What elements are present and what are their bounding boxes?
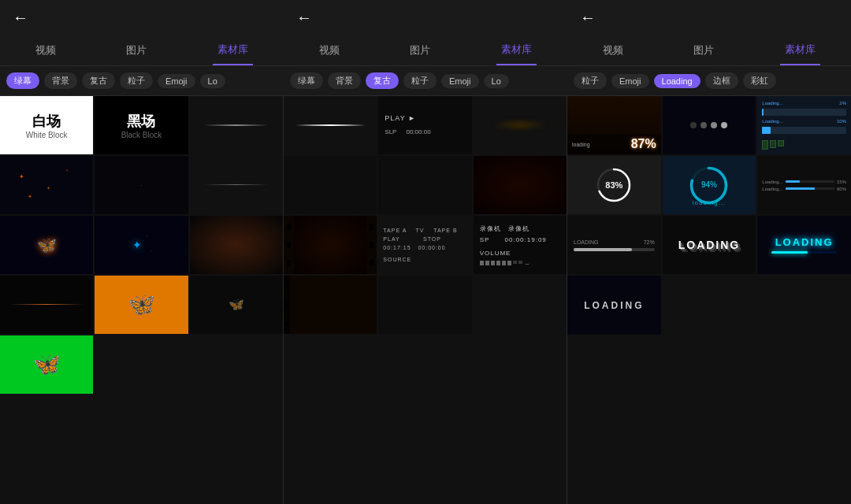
chip-p2-retro[interactable]: 复古 — [366, 72, 399, 89]
back-arrow-2[interactable]: ← — [296, 9, 312, 27]
panel2: PLAY ► SLP 00:00:00 — [284, 96, 567, 504]
back-arrow-3[interactable]: ← — [580, 9, 596, 27]
tab-p3-image[interactable]: 图片 — [689, 35, 719, 65]
cell-glitch-line-2[interactable] — [190, 156, 283, 214]
panel1-grid: 白场 White Block 黑场 Black Block — [0, 96, 283, 394]
cell-loading-3d[interactable]: LOADING — [663, 216, 756, 274]
tab-p1-image[interactable]: 图片 — [121, 35, 151, 65]
chip-p2-emoji[interactable]: Emoji — [441, 74, 479, 88]
cell-loading-bars-green[interactable]: Loading... 15% Loading... 60% — [757, 156, 851, 214]
tab-p1-video[interactable]: 视频 — [31, 35, 61, 65]
tab-p3-library[interactable]: 素材库 — [780, 35, 820, 65]
chip-p3-loading[interactable]: Loading — [654, 74, 700, 88]
chip-p3-rainbow[interactable]: 彩虹 — [743, 72, 776, 89]
chip-p2-greenscreen[interactable]: 绿幕 — [290, 72, 323, 89]
panel1-tabs: 视频 图片 素材库 — [0, 35, 284, 65]
panel2-grid-wrapper: PLAY ► SLP 00:00:00 — [284, 96, 567, 504]
cell-loading-87[interactable]: loading 87% — [567, 96, 661, 154]
chip-p3-border[interactable]: 边框 — [705, 72, 738, 89]
cell-loading-72[interactable]: LOADING 72% — [567, 216, 661, 274]
cell-circle-83[interactable]: 83% — [567, 156, 661, 214]
cell-dark-flicker-2[interactable] — [378, 156, 471, 214]
cell-dark-red-glow[interactable] — [474, 156, 567, 214]
cell-dark-particles-2[interactable]: · — [95, 156, 188, 214]
cell-butterfly-green[interactable]: 🦋 — [0, 335, 93, 394]
cell-dots-loading[interactable] — [663, 96, 756, 154]
tab-p3-video[interactable]: 视频 — [598, 35, 628, 65]
cell-filmstrip-dark2[interactable] — [284, 276, 377, 334]
cell-neon-loading[interactable]: LOADING — [757, 216, 851, 274]
cell-butterfly-dark2[interactable]: 🦋 — [190, 276, 283, 334]
cell-empty-p3-1[interactable] — [663, 276, 756, 334]
cell-white-block[interactable]: 白场 White Block — [0, 96, 93, 154]
cell-circle-94[interactable]: 94% loading... — [663, 156, 756, 214]
panel3-tabs: 视频 图片 素材库 — [567, 35, 851, 65]
chip-p2-particle[interactable]: 粒子 — [403, 72, 437, 89]
cell-empty-p2[interactable] — [474, 276, 567, 334]
panel3-grid: loading 87% Loading. — [567, 96, 851, 335]
panel3-grid-wrapper: loading 87% Loading. — [567, 96, 851, 504]
panel3-chips: 粒子 Emoji Loading 边框 彩虹 — [567, 72, 851, 89]
tab-row: 视频 图片 素材库 视频 图片 素材库 视频 图片 素材库 — [0, 35, 851, 66]
panel1-grid-wrapper: 白场 White Block 黑场 Black Block — [0, 96, 283, 504]
tab-p2-video[interactable]: 视频 — [314, 35, 344, 65]
glitch-line-decoration — [203, 124, 269, 126]
main-panels: 白场 White Block 黑场 Black Block — [0, 96, 851, 504]
cell-dark-blur[interactable] — [474, 96, 567, 154]
chip-p1-bg[interactable]: 背景 — [44, 72, 77, 89]
back-arrow-1[interactable]: ← — [13, 9, 28, 27]
chip-p1-particle[interactable]: 粒子 — [120, 72, 153, 89]
cell-loading-bars-blue[interactable]: Loading... 2% Loading... 10% — [757, 96, 851, 154]
chip-p1-greenscreen[interactable]: 绿幕 — [6, 72, 39, 89]
cell-filmstrip-dark[interactable] — [284, 216, 377, 274]
chip-p1-lo[interactable]: Lo — [200, 74, 225, 88]
cell-glitch-line-1[interactable] — [190, 96, 283, 154]
cell-empty-2[interactable] — [190, 335, 283, 394]
cell-empty-1[interactable] — [95, 335, 188, 394]
chip-p2-lo[interactable]: Lo — [484, 74, 509, 88]
chips-row: 绿幕 背景 复古 粒子 Emoji Lo 绿幕 背景 复古 粒子 Emoji L… — [0, 66, 851, 96]
cell-butterfly-dark[interactable]: 🦋 — [0, 216, 93, 274]
cell-loading-glitch[interactable]: LOADING — [567, 276, 661, 334]
chip-p1-retro[interactable]: 复古 — [82, 72, 115, 89]
cell-glitch-3[interactable] — [284, 96, 377, 154]
cell-black-block[interactable]: 黑场 Black Block — [95, 96, 188, 154]
chip-p3-particle[interactable]: 粒子 — [574, 72, 607, 89]
chip-p3-emoji[interactable]: Emoji — [611, 74, 649, 88]
panel1: 白场 White Block 黑场 Black Block — [0, 96, 284, 504]
cell-dark-particles-1[interactable]: ✦ ✦ ✦ ✦ — [0, 156, 93, 214]
cell-butterfly-orange[interactable]: 🦋 — [95, 276, 188, 334]
cell-butterfly-line[interactable] — [0, 276, 93, 334]
tab-p2-library[interactable]: 素材库 — [496, 35, 537, 65]
cell-dark-bg2[interactable] — [378, 276, 471, 334]
cell-vhs-sp[interactable]: 录像机 录像机 SP 00:00:19:09 VOLUME -- — [474, 216, 567, 274]
chip-p2-bg[interactable]: 背景 — [328, 72, 361, 89]
panel2-chips: 绿幕 背景 复古 粒子 Emoji Lo — [284, 72, 567, 89]
top-bar: ← ← ← — [0, 0, 851, 35]
tab-p2-image[interactable]: 图片 — [405, 35, 435, 65]
panel2-grid: PLAY ► SLP 00:00:00 — [284, 96, 567, 334]
cell-vhs-play[interactable]: PLAY ► SLP 00:00:00 — [378, 96, 471, 154]
panel1-chips: 绿幕 背景 复古 粒子 Emoji Lo — [0, 72, 284, 89]
chip-p1-emoji[interactable]: Emoji — [158, 74, 195, 88]
tab-p1-library[interactable]: 素材库 — [213, 35, 253, 65]
cell-vhs-tape[interactable]: TAPE A TV TAPE B PLAY STOP 00:17:15 00:0… — [378, 216, 471, 274]
cell-warm-glow[interactable] — [190, 216, 283, 274]
cell-blue-particle[interactable]: ✦ · · — [95, 216, 188, 274]
cell-dark-flicker-1[interactable] — [284, 156, 377, 214]
panel3: loading 87% Loading. — [567, 96, 851, 504]
panel2-tabs: 视频 图片 素材库 — [284, 35, 567, 65]
cell-empty-p3-2[interactable] — [757, 276, 851, 334]
